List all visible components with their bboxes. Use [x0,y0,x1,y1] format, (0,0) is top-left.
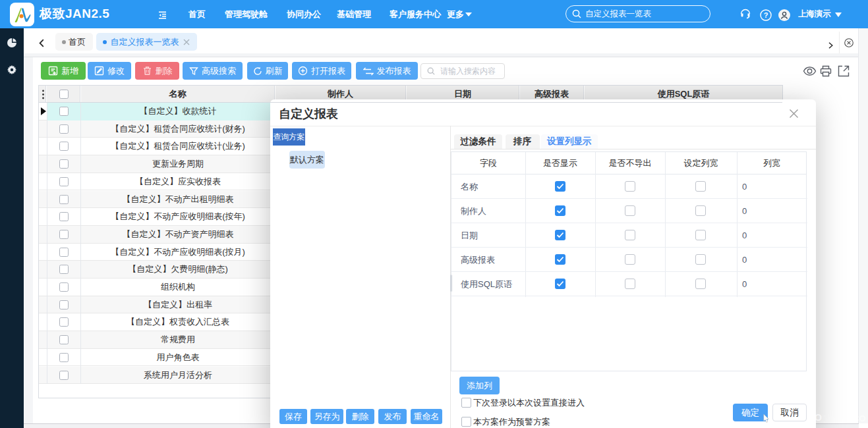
svg-text:?: ? [764,11,768,19]
